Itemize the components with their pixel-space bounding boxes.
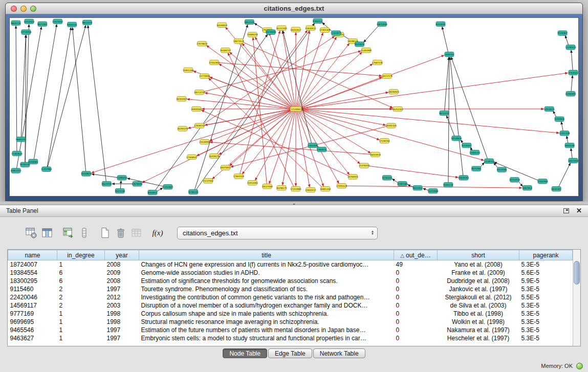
tab-edge-table[interactable]: Edge Table — [268, 348, 312, 358]
graph-node[interactable]: 9456120 — [67, 22, 77, 27]
show-all-columns-icon[interactable] — [40, 226, 54, 239]
table-cell[interactable]: 1998 — [105, 310, 139, 318]
table-cell[interactable]: 1 — [57, 318, 105, 326]
table-cell[interactable]: 14569117 — [8, 301, 57, 310]
table-cell[interactable]: Hescheler et al. (1997) — [438, 334, 519, 342]
new-column-icon[interactable] — [61, 226, 75, 239]
table-cell[interactable]: 0 — [394, 301, 438, 310]
window-titlebar[interactable]: citations_edges.txt — [6, 3, 582, 14]
graph-node[interactable]: 9823740 — [102, 182, 112, 186]
graph-node[interactable]: 9685231 — [16, 137, 26, 142]
table-scrollbar-thumb[interactable] — [574, 261, 580, 285]
table-cell[interactable]: 2009 — [105, 269, 139, 277]
graph-node[interactable]: 17253980 — [290, 186, 301, 191]
graph-node[interactable]: 9156203 — [382, 176, 392, 180]
table-cell[interactable]: 5.6E-5 — [519, 269, 573, 277]
graph-node[interactable]: 15941286 — [183, 68, 194, 72]
column-header-out_de[interactable]: △out_de… — [394, 250, 438, 260]
table-row[interactable]: 2242004622012Investigating the contribut… — [8, 293, 573, 301]
table-row[interactable]: 946554611997Estimation of the future num… — [8, 326, 573, 334]
graph-node[interactable]: 11207984 — [41, 167, 52, 171]
graph-node[interactable]: 9518367 — [558, 31, 568, 35]
tab-network-table[interactable]: Network Table — [313, 348, 365, 358]
table-row[interactable]: 1938455462009Genome-wide association stu… — [8, 269, 573, 277]
table-cell[interactable]: Franke et al. (2009) — [438, 269, 519, 277]
graph-node[interactable]: 11096452 — [117, 176, 128, 180]
graph-node[interactable]: 17095528 — [336, 184, 347, 188]
memory-status-icon[interactable] — [576, 363, 583, 369]
graph-node[interactable]: 9764025 — [569, 70, 578, 75]
graph-node[interactable]: 15147062 — [203, 179, 214, 183]
tab-node-table[interactable]: Node Table — [223, 348, 267, 358]
new-table-icon[interactable] — [98, 226, 112, 239]
graph-node[interactable]: 11025847 — [52, 19, 63, 24]
graph-node[interactable]: 9912473 — [82, 20, 92, 25]
graph-node[interactable]: 18214750 — [194, 90, 205, 95]
graph-node[interactable]: 1724063 — [290, 106, 301, 111]
column-header-year[interactable]: year — [105, 250, 139, 260]
graph-node[interactable]: 9645301 — [552, 186, 561, 191]
table-cell[interactable]: 0 — [394, 285, 438, 293]
graph-node[interactable]: 9264851 — [148, 190, 158, 194]
graph-node[interactable]: 10753419 — [509, 178, 520, 182]
graph-node[interactable]: 10678093 — [132, 182, 143, 186]
table-cell[interactable]: 1997 — [105, 326, 139, 334]
graph-node[interactable]: 15264890 — [361, 48, 372, 53]
close-button[interactable] — [11, 6, 17, 12]
graph-node[interactable]: 17836152 — [194, 123, 205, 128]
table-row[interactable]: 911546021997Tourette syndrome. Phenomeno… — [8, 285, 573, 293]
table-cell[interactable]: 0 — [394, 293, 438, 301]
graph-node[interactable]: 9748120 — [188, 189, 198, 194]
graph-node[interactable]: 15689240 — [247, 32, 258, 37]
column-header-name[interactable]: name — [8, 250, 57, 260]
table-cell[interactable]: Estimation of significance thresholds fo… — [139, 277, 394, 285]
graph-node[interactable]: 1848754 — [445, 52, 454, 56]
graph-node[interactable]: 9310586 — [497, 167, 507, 172]
table-cell[interactable]: Jankovic et al. (1997) — [438, 285, 519, 293]
table-cell[interactable]: 1 — [57, 334, 105, 342]
graph-node[interactable]: 11290473 — [565, 45, 576, 50]
graph-node[interactable]: 16295378 — [177, 126, 188, 131]
graph-node[interactable]: 9405178 — [444, 183, 453, 187]
graph-node[interactable]: 16044910 — [370, 152, 381, 157]
graph-node[interactable]: 18163407 — [176, 96, 187, 101]
table-cell[interactable]: de Silva et al. (2003) — [438, 301, 519, 310]
table-cell[interactable]: Estimation of the future numbers of pati… — [139, 326, 394, 334]
graph-node[interactable]: 10918475 — [544, 106, 555, 111]
graph-node[interactable]: 1360518 — [317, 147, 327, 151]
table-cell[interactable]: 22420046 — [8, 293, 57, 301]
table-cell[interactable]: 9463627 — [8, 334, 57, 342]
table-cell[interactable]: 1997 — [105, 334, 139, 342]
function-builder-icon[interactable]: f(x) — [151, 226, 164, 239]
graph-node[interactable]: 18073519 — [233, 39, 245, 43]
graph-node[interactable]: 18301425 — [386, 123, 397, 128]
graph-node[interactable]: 11483629 — [11, 151, 23, 156]
table-cell[interactable]: 2012 — [105, 293, 139, 301]
table-cell[interactable]: 1997 — [105, 285, 139, 293]
table-cell[interactable]: Investigating the contribution of common… — [139, 293, 394, 301]
graph-node[interactable]: 17108762 — [379, 139, 390, 143]
zoom-button[interactable] — [30, 6, 36, 12]
column-header-title[interactable]: title — [139, 250, 394, 260]
table-cell[interactable]: 0 — [394, 334, 438, 342]
graph-node[interactable]: 11457209 — [559, 131, 570, 136]
table-cell[interactable]: 0 — [394, 269, 438, 277]
graph-node[interactable]: 8163045 — [436, 21, 446, 26]
graph-node[interactable]: 16881204 — [320, 186, 331, 191]
table-cell[interactable]: 9699695 — [8, 318, 57, 326]
column-visibility-icon[interactable] — [25, 226, 38, 239]
column-header-short[interactable]: short — [438, 250, 519, 260]
graph-node[interactable]: 9830156 — [565, 143, 575, 147]
table-cell[interactable]: Yano et al. (2008) — [438, 260, 519, 269]
graph-node[interactable]: 16536810 — [216, 23, 228, 27]
table-cell[interactable]: 18300295 — [8, 277, 57, 285]
graph-node[interactable]: 9631842 — [413, 185, 423, 190]
table-cell[interactable]: 5.9E-5 — [519, 277, 573, 285]
table-cell[interactable]: 0 — [394, 277, 438, 285]
graph-node[interactable]: 1354459 — [308, 143, 318, 147]
graph-node[interactable]: 10487265 — [397, 182, 408, 186]
table-cell[interactable]: Embryonic stem cells: a model to study s… — [139, 334, 394, 342]
table-cell[interactable]: 1 — [57, 326, 105, 334]
table-row[interactable]: 1456911722003Disruption of a novel membe… — [8, 301, 573, 310]
graph-node[interactable]: 9537218 — [115, 188, 125, 193]
